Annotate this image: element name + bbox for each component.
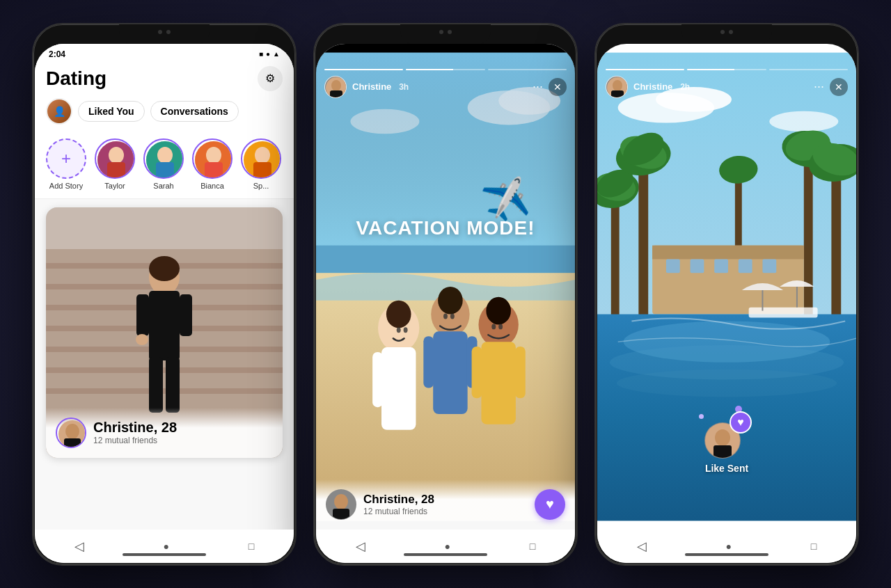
p3-bar-1	[606, 69, 684, 71]
svg-rect-71	[330, 90, 342, 98]
phone-top-camera	[158, 30, 171, 34]
phone-3: Christine 2h ··· ✕	[594, 23, 859, 566]
android-nav-bar-3: ◁ ● □	[597, 530, 856, 563]
svg-rect-75	[333, 509, 349, 520]
like-sent-bubble: ♥	[704, 414, 749, 459]
card-mutual-friends: 12 mutual friends	[93, 436, 177, 445]
more-options-button[interactable]: ···	[533, 79, 543, 94]
back-button-2[interactable]: ◁	[356, 539, 365, 554]
story-username: Christine 3h	[352, 81, 409, 92]
story-user-info: Christine 3h	[324, 76, 533, 98]
story-item-sarah[interactable]: Sarah	[143, 138, 184, 190]
home-button-2[interactable]: ●	[445, 541, 450, 552]
card-info: Christine, 28 12 mutual friends	[46, 408, 283, 458]
more-options-button-3[interactable]: ···	[814, 79, 824, 94]
app-title: Dating	[46, 67, 107, 90]
svg-rect-59	[481, 342, 515, 424]
svg-point-66	[491, 324, 496, 329]
svg-rect-9	[156, 162, 174, 179]
story-item-bianca[interactable]: Bianca	[192, 138, 232, 190]
svg-rect-91	[831, 162, 841, 334]
camera-dot	[158, 30, 162, 34]
svg-point-79	[769, 111, 838, 132]
svg-point-29	[149, 256, 180, 281]
story-view-screen: Christine 3h ··· ✕ VACATION MODE! ✈️	[316, 44, 575, 530]
add-story-button[interactable]: +	[46, 138, 86, 179]
android-nav-bar-2: ◁ ● □	[316, 530, 575, 563]
sensor-dot-2	[448, 30, 452, 34]
svg-rect-99	[691, 259, 704, 273]
story-3-username: Christine 2h	[633, 81, 690, 92]
dating-home-screen: 2:04 ■ ● ▲ Dating ⚙	[35, 44, 294, 530]
back-button[interactable]: ◁	[74, 539, 84, 554]
svg-rect-34	[180, 294, 192, 336]
story-item-sp[interactable]: Sp...	[241, 138, 281, 190]
close-story-button-3[interactable]: ✕	[830, 78, 848, 96]
svg-rect-33	[136, 294, 149, 336]
taylor-label: Taylor	[104, 182, 125, 190]
svg-rect-115	[713, 445, 732, 459]
story-card-avatar-img	[326, 489, 356, 520]
svg-point-114	[715, 429, 730, 446]
phone-2-chin	[404, 553, 487, 556]
bianca-label: Bianca	[200, 182, 224, 190]
dating-header: Dating ⚙	[35, 62, 294, 98]
phone-chin-bar	[123, 553, 206, 556]
story-3-header: Christine 2h ··· ✕	[606, 76, 848, 98]
signal-icon: ▲	[273, 50, 280, 58]
svg-rect-4	[107, 162, 125, 179]
svg-rect-26	[46, 367, 283, 373]
svg-rect-84	[638, 156, 648, 335]
close-story-button[interactable]: ✕	[549, 78, 567, 96]
progress-bar-1	[324, 69, 403, 71]
card-person-name: Christine, 28	[93, 420, 177, 436]
taylor-avatar	[95, 138, 135, 179]
like-sent-overlay: ♥ Like Sent	[704, 414, 749, 474]
svg-rect-55	[423, 336, 434, 388]
settings-button[interactable]: ⚙	[258, 66, 283, 91]
like-sent-screen: Christine 2h ··· ✕	[597, 44, 856, 530]
bianca-photo	[194, 140, 232, 179]
conversations-tab[interactable]: Conversations	[150, 101, 239, 122]
recents-button-2[interactable]: □	[530, 541, 535, 552]
svg-rect-101	[739, 259, 752, 273]
like-sent-heart-badge: ♥	[730, 411, 752, 434]
home-button[interactable]: ●	[164, 541, 169, 552]
heart-icon: ♥	[546, 496, 554, 512]
card-user-avatar	[56, 418, 86, 448]
svg-point-3	[109, 147, 124, 164]
card-avatar-photo	[57, 419, 86, 448]
recents-button-3[interactable]: □	[811, 541, 817, 552]
wifi-icon: ●	[266, 50, 270, 58]
current-user-avatar[interactable]: 👤	[46, 98, 72, 125]
close-icon-3: ✕	[835, 81, 843, 93]
sarah-avatar	[143, 138, 184, 179]
gear-icon: ⚙	[265, 72, 275, 85]
add-story-item[interactable]: + Add Story	[46, 138, 86, 190]
phone-2-screen: Christine 3h ··· ✕ VACATION MODE! ✈️	[316, 44, 575, 563]
svg-point-67	[498, 324, 503, 329]
phone-3-camera	[720, 30, 733, 34]
sarah-photo	[145, 140, 184, 179]
home-button-3[interactable]: ●	[726, 541, 732, 552]
like-button[interactable]: ♥	[535, 489, 565, 520]
svg-rect-27	[46, 388, 283, 394]
taylor-photo	[96, 140, 135, 179]
user-photo: 👤	[47, 100, 71, 123]
story-card-person-name: Christine, 28	[363, 493, 528, 507]
liked-you-tab[interactable]: Liked You	[78, 101, 145, 122]
progress-bar-2	[406, 69, 484, 71]
story-item-taylor[interactable]: Taylor	[95, 138, 135, 190]
recents-button[interactable]: □	[249, 541, 254, 552]
svg-rect-32	[166, 357, 180, 413]
back-button-3[interactable]: ◁	[637, 539, 647, 554]
p3-fill-2	[687, 69, 734, 71]
svg-point-63	[404, 327, 408, 333]
dating-card[interactable]: Christine, 28 12 mutual friends	[46, 207, 283, 458]
svg-point-38	[65, 424, 79, 439]
status-icons: ■ ● ▲	[259, 50, 280, 58]
svg-point-53	[438, 287, 463, 315]
svg-rect-50	[372, 351, 383, 406]
svg-rect-49	[381, 347, 416, 430]
story-card-mutual: 12 mutual friends	[363, 507, 528, 516]
